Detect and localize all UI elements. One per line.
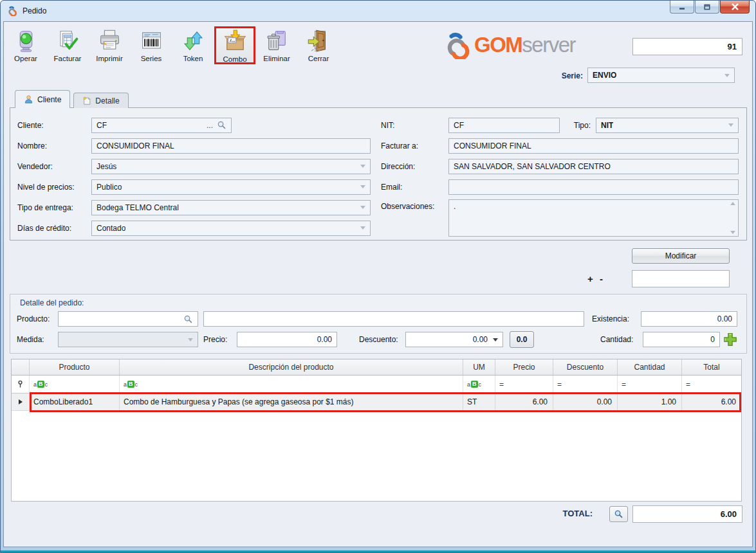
toolbar-label: Cerrar xyxy=(308,55,329,62)
traffic-light-icon xyxy=(14,29,38,53)
toolbar-label: Token xyxy=(183,55,203,62)
filter-um[interactable]: aBc xyxy=(463,376,495,393)
observaciones-value: . xyxy=(454,202,456,211)
equals-filter-icon: = xyxy=(557,380,562,389)
cell-total[interactable]: 6.00 xyxy=(682,394,741,410)
filter-cantidad[interactable]: = xyxy=(618,376,682,393)
dias-credito-value: Contado xyxy=(97,224,125,233)
exchange-arrows-icon xyxy=(181,29,205,53)
total-search-button[interactable] xyxy=(609,506,628,522)
search-icon[interactable] xyxy=(183,314,193,324)
total-amount-field[interactable]: 6.00 xyxy=(632,505,742,523)
minimize-button[interactable] xyxy=(670,1,694,14)
tab-cliente[interactable]: Cliente xyxy=(15,90,70,108)
filter-precio[interactable]: = xyxy=(495,376,553,393)
toolbar-button-series[interactable]: Series xyxy=(131,27,171,64)
scroll-up-icon[interactable] xyxy=(730,202,735,205)
medida-dropdown[interactable] xyxy=(58,332,198,347)
modificar-label: Modificar xyxy=(665,251,697,260)
existencia-field[interactable]: 0.00 xyxy=(641,311,737,327)
filter-producto[interactable]: aBc xyxy=(30,376,120,393)
grid-header-um[interactable]: UM xyxy=(463,359,495,375)
cliente-ellipsis[interactable]: ... xyxy=(207,121,213,130)
search-icon[interactable] xyxy=(217,120,226,130)
nit-label: NIT: xyxy=(381,121,448,130)
zero-discount-button[interactable]: 0.0 xyxy=(510,331,534,348)
direccion-value: SAN SALVADOR, SAN SALVADOR CENTRO xyxy=(454,162,611,171)
tipo-dropdown[interactable]: NIT xyxy=(596,118,739,133)
observaciones-textarea[interactable]: . xyxy=(448,199,739,237)
precio-field[interactable]: 0.00 xyxy=(237,332,337,347)
toolbar-button-combo[interactable]: Combo xyxy=(215,27,255,64)
toolbar-button-imprimir[interactable]: Imprimir xyxy=(89,27,129,64)
client-form-right: NIT: CF Tipo: NIT Facturar a: CONSUMIDOR… xyxy=(381,117,739,241)
filter-total[interactable]: = xyxy=(682,376,741,393)
descuento-combo[interactable]: 0.00 xyxy=(405,332,503,347)
toolbar-button-eliminar[interactable]: Eliminar xyxy=(257,27,297,64)
filter-pin-icon[interactable] xyxy=(12,376,30,393)
cantidad-field[interactable]: 0 xyxy=(643,332,720,347)
producto-code-field[interactable] xyxy=(58,311,198,327)
vendedor-dropdown[interactable]: Jesús xyxy=(91,159,371,174)
cell-descripcion[interactable]: Combo de Hamburguesa y Papas (se agrega … xyxy=(120,394,463,410)
cell-cantidad[interactable]: 1.00 xyxy=(618,394,682,410)
facturar-a-field[interactable]: CONSUMIDOR FINAL xyxy=(448,138,739,154)
grid-data-row[interactable]: ComboLiberado1 Combo de Hamburguesa y Pa… xyxy=(12,394,741,411)
zero-discount-label: 0.0 xyxy=(517,335,528,344)
precio-label: Precio: xyxy=(203,335,233,344)
abc-filter-icon: aBc xyxy=(33,381,48,388)
restore-button[interactable] xyxy=(695,1,719,14)
logo-text: GOMserver xyxy=(474,34,575,55)
serie-label: Serie: xyxy=(519,71,583,80)
facturar-a-label: Facturar a: xyxy=(381,141,448,150)
grid-header-precio[interactable]: Precio xyxy=(495,359,553,375)
cell-descuento[interactable]: 0.00 xyxy=(553,394,618,410)
tipo-entrega-dropdown[interactable]: Bodega TELMO Central xyxy=(91,200,371,215)
row-arrow-icon xyxy=(19,399,23,404)
vendedor-value: Jesús xyxy=(97,162,116,171)
nombre-label: Nombre: xyxy=(17,141,91,150)
producto-descripcion-field[interactable] xyxy=(203,311,584,327)
grid-header-descuento[interactable]: Descuento xyxy=(553,359,618,375)
add-item-icon[interactable] xyxy=(723,332,737,347)
cell-um[interactable]: ST xyxy=(463,394,495,410)
dias-credito-dropdown[interactable]: Contado xyxy=(91,221,371,236)
document-number-field[interactable]: 91 xyxy=(632,38,742,55)
tab-cliente-label: Cliente xyxy=(37,95,61,104)
tab-detalle[interactable]: Detalle xyxy=(73,93,128,108)
chevron-down-icon xyxy=(360,185,365,188)
cell-precio[interactable]: 6.00 xyxy=(495,394,553,410)
grid-header-producto[interactable]: Producto xyxy=(30,359,120,375)
direccion-field[interactable]: SAN SALVADOR, SAN SALVADOR CENTRO xyxy=(448,159,739,174)
pedido-window: Pedido Operar xyxy=(0,0,756,553)
grid-header-total[interactable]: Total xyxy=(682,359,741,375)
observaciones-scrollbar[interactable] xyxy=(730,202,736,234)
nivel-precios-dropdown[interactable]: Publico xyxy=(91,179,371,195)
grid-header-row: Producto Descripción del producto UM Pre… xyxy=(12,359,741,376)
tipo-entrega-label: Tipo de entrega: xyxy=(17,203,91,212)
filter-descuento[interactable]: = xyxy=(553,376,618,393)
toolbar-button-operar[interactable]: Operar xyxy=(6,27,46,64)
scroll-down-icon[interactable] xyxy=(730,231,735,234)
nit-field[interactable]: CF xyxy=(448,118,560,133)
grid-header-cantidad[interactable]: Cantidad xyxy=(618,359,682,375)
descuento-label: Descuento: xyxy=(359,335,401,344)
cliente-label: Cliente: xyxy=(17,121,91,130)
filter-descripcion[interactable]: aBc xyxy=(120,376,463,393)
grid-header-indicator xyxy=(12,359,30,375)
modificar-button[interactable]: Modificar xyxy=(632,248,730,264)
serie-dropdown[interactable]: ENVIO xyxy=(587,68,735,83)
combo-box-icon xyxy=(223,30,247,53)
cliente-code-field[interactable]: CF ... xyxy=(91,118,232,133)
toolbar-button-cerrar[interactable]: Cerrar xyxy=(299,27,338,64)
close-button[interactable] xyxy=(720,1,750,14)
cell-producto[interactable]: ComboLiberado1 xyxy=(30,394,120,410)
window-controls xyxy=(670,1,750,14)
toolbar-button-facturar[interactable]: Facturar xyxy=(48,27,88,64)
email-field[interactable] xyxy=(448,179,739,195)
toolbar-button-token[interactable]: Token xyxy=(173,27,213,64)
producto-label: Producto: xyxy=(17,314,58,323)
nombre-field[interactable]: CONSUMIDOR FINAL xyxy=(91,138,371,154)
adjust-quantity-field[interactable] xyxy=(632,270,730,287)
grid-header-descripcion[interactable]: Descripción del producto xyxy=(120,359,463,375)
